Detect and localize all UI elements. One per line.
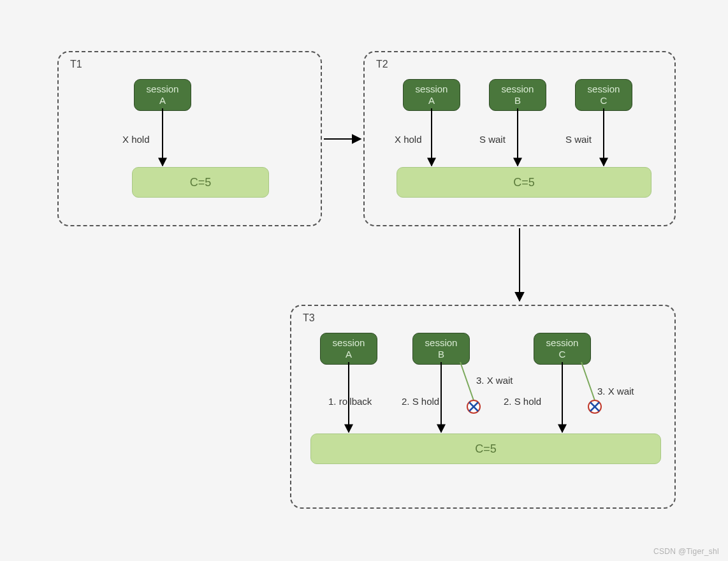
t2-session-a: session A: [403, 79, 460, 111]
session-word: session: [333, 337, 365, 348]
data-value: C=5: [513, 176, 535, 189]
svg-line-15: [590, 402, 599, 411]
data-value: C=5: [475, 442, 497, 456]
t2-data: C=5: [397, 167, 652, 198]
t2-arrow-b-label: S wait: [479, 134, 506, 145]
session-id: A: [346, 349, 352, 360]
session-word: session: [502, 84, 534, 94]
session-word: session: [147, 84, 179, 94]
block-icon: [467, 400, 480, 413]
session-id: C: [601, 95, 608, 106]
session-id: A: [428, 95, 435, 106]
session-word: session: [425, 337, 458, 348]
t3-session-b: session B: [412, 333, 470, 365]
t3-arrow-b-side-label: 3. X wait: [476, 375, 513, 386]
panel-t3-label: T3: [303, 312, 315, 324]
t3-arrow-a-label: 1. rollback: [328, 396, 372, 407]
session-word: session: [588, 84, 620, 94]
t3-session-a: session A: [320, 333, 377, 365]
t1-arrow-a-label: X hold: [122, 134, 150, 145]
t3-arrow-b-main-label: 2. S hold: [402, 396, 439, 407]
t3-arrow-c-side-label: 3. X wait: [597, 386, 634, 397]
t2-arrow-c-label: S wait: [565, 134, 592, 145]
t2-session-b: session B: [489, 79, 546, 111]
watermark: CSDN @Tiger_shl: [653, 547, 719, 556]
session-id: B: [438, 349, 444, 360]
panel-t3: T3 session A session B session C 1. roll…: [290, 305, 676, 509]
session-id: B: [514, 95, 521, 106]
svg-line-16: [590, 402, 599, 411]
t1-arrows-svg: [59, 52, 323, 228]
data-value: C=5: [190, 176, 212, 189]
block-icon: [588, 400, 601, 413]
session-word: session: [546, 337, 579, 348]
session-id: C: [559, 349, 566, 360]
t1-data: C=5: [132, 167, 269, 198]
session-id: A: [159, 95, 166, 106]
svg-point-11: [467, 400, 480, 413]
svg-line-10: [581, 362, 595, 400]
t2-session-c: session C: [575, 79, 632, 111]
svg-line-13: [469, 402, 478, 411]
svg-line-12: [469, 402, 478, 411]
t1-session-a: session A: [134, 79, 191, 111]
t3-arrow-c-main-label: 2. S hold: [504, 396, 541, 407]
t3-data: C=5: [310, 433, 661, 464]
panel-t1-label: T1: [70, 59, 82, 70]
session-word: session: [416, 84, 448, 94]
panel-t1: T1 session A X hold C=5: [57, 51, 322, 226]
svg-line-9: [460, 362, 474, 400]
panel-t2-label: T2: [376, 59, 388, 70]
t3-session-c: session C: [534, 333, 591, 365]
t2-arrow-a-label: X hold: [395, 134, 422, 145]
svg-point-14: [588, 400, 601, 413]
panel-t2: T2 session A session B session C X hold …: [363, 51, 676, 226]
